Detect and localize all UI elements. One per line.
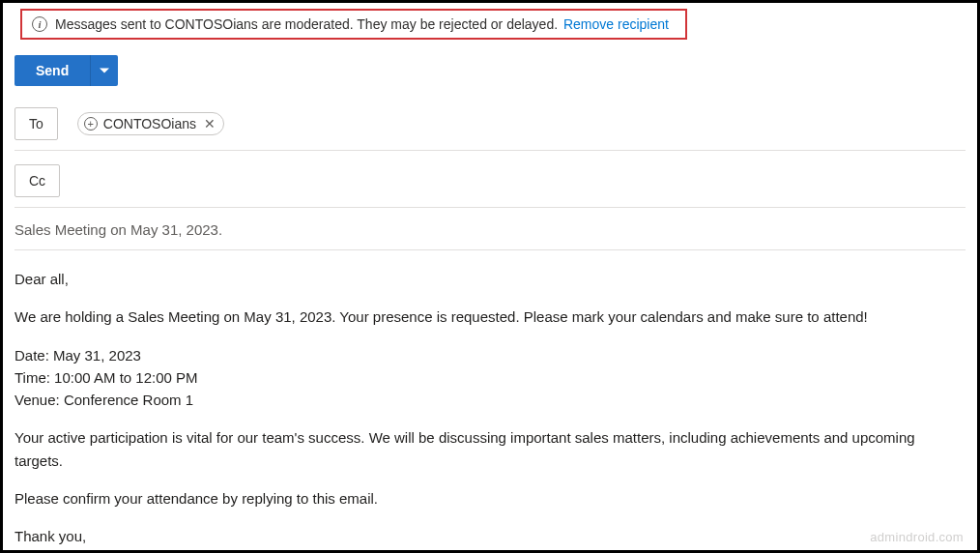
mailtip-bar: i Messages sent to CONTOSOians are moder… — [20, 9, 687, 40]
mailtip-text: Messages sent to CONTOSOians are moderat… — [55, 16, 558, 32]
watermark: admindroid.com — [870, 530, 964, 544]
subject-field[interactable]: Sales Meeting on May 31, 2023. — [14, 221, 966, 250]
message-body[interactable]: Dear all, We are holding a Sales Meeting… — [14, 268, 966, 553]
remove-recipient-link[interactable]: Remove recipient — [563, 16, 669, 32]
to-row: To + CONTOSOians ✕ — [14, 107, 966, 151]
recipient-chip-name: CONTOSOians — [103, 116, 196, 131]
body-time: Time: 10:00 AM to 12:00 PM — [14, 366, 966, 389]
to-button[interactable]: To — [14, 107, 58, 140]
body-date: Date: May 31, 2023 — [14, 344, 966, 366]
body-greeting: Dear all, — [14, 268, 966, 290]
recipient-chip[interactable]: + CONTOSOians ✕ — [77, 112, 224, 135]
body-venue: Venue: Conference Room 1 — [14, 389, 966, 411]
body-signature-name: Lynne R — [14, 547, 966, 553]
cc-button[interactable]: Cc — [14, 164, 60, 197]
expand-group-icon[interactable]: + — [84, 117, 98, 131]
remove-chip-icon[interactable]: ✕ — [204, 116, 216, 131]
chevron-down-icon — [99, 65, 110, 76]
info-icon: i — [32, 16, 47, 32]
body-closing: Thank you, — [14, 525, 966, 547]
send-dropdown-button[interactable] — [90, 55, 118, 86]
body-paragraph: Please confirm your attendance by replyi… — [14, 487, 966, 509]
send-row: Send — [14, 55, 977, 86]
body-paragraph: We are holding a Sales Meeting on May 31… — [14, 306, 966, 328]
cc-row: Cc — [14, 164, 966, 208]
send-button[interactable]: Send — [14, 55, 90, 86]
body-paragraph: Your active participation is vital for o… — [14, 426, 966, 472]
